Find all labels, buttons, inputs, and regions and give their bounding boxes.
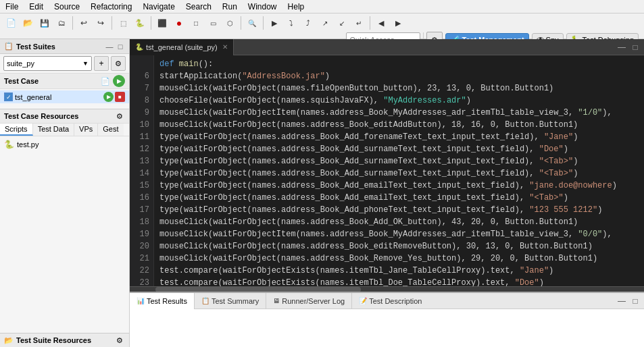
code-line-16: type(waitForObject(names.address_Book_Ad… bbox=[159, 192, 639, 204]
record-start[interactable]: ⬛ bbox=[154, 15, 170, 31]
left-sidebar: 📋 Test Suites — □ suite_py ▼ + ⚙ Test Ca… bbox=[0, 39, 130, 347]
bottom-content bbox=[130, 309, 644, 347]
run-btn[interactable]: 🔍 bbox=[244, 15, 260, 31]
tc-name: tst_general bbox=[15, 93, 51, 101]
menu-source[interactable]: Source bbox=[49, 1, 85, 13]
step-btn2[interactable]: ⤵ bbox=[283, 15, 299, 31]
suite-name: suite_py bbox=[7, 59, 34, 68]
record-stop[interactable]: ● bbox=[171, 15, 187, 31]
menu-edit[interactable]: Edit bbox=[24, 1, 49, 13]
suite-config-btn[interactable]: ⚙ bbox=[111, 56, 126, 71]
tab-runner-log-label: Runner/Server Log bbox=[282, 297, 345, 305]
resources-header: Test Case Resources ⚙ bbox=[0, 109, 129, 124]
nav-back[interactable]: ◀ bbox=[373, 15, 389, 31]
tc-item-tst-general[interactable]: ✓ tst_general ▶ ■ bbox=[0, 90, 129, 103]
step-btn4[interactable]: ↗ bbox=[317, 15, 333, 31]
tab-vps[interactable]: VPs bbox=[74, 124, 98, 136]
code-line-23: test.compare(waitForObjectExists(names.i… bbox=[159, 277, 639, 286]
menu-run[interactable]: Run bbox=[217, 1, 243, 13]
horizontal-scrollbar[interactable] bbox=[130, 286, 644, 292]
suite-res-config-btn[interactable]: ⚙ bbox=[114, 335, 125, 346]
ln-23: 23 bbox=[130, 277, 149, 286]
sep4 bbox=[241, 16, 241, 30]
saveall-button[interactable]: 🗂 bbox=[53, 15, 70, 31]
code-line-9: mouseClick(waitForObjectItem(names.addre… bbox=[159, 107, 639, 119]
res-file-name: test.py bbox=[17, 140, 39, 149]
resources-config-btn[interactable]: ⚙ bbox=[114, 111, 125, 122]
ln-22: 22 bbox=[130, 265, 149, 277]
sidebar-spacer bbox=[0, 153, 129, 333]
tc-run-btn[interactable]: ▶ bbox=[103, 92, 114, 102]
suite-add-btn[interactable]: + bbox=[94, 56, 109, 71]
tab-runner-log[interactable]: 🖥 Runner/Server Log bbox=[266, 293, 352, 309]
test-suites-header: 📋 Test Suites — □ bbox=[0, 39, 129, 54]
bottom-maximize-btn[interactable]: □ bbox=[629, 295, 641, 307]
menu-search[interactable]: Search bbox=[180, 1, 217, 13]
tc-stop-btn[interactable]: ■ bbox=[115, 92, 125, 102]
bottom-window-controls: — □ bbox=[616, 295, 644, 307]
step-btn1[interactable]: ▶ bbox=[266, 15, 282, 31]
close-icon[interactable]: ✕ bbox=[222, 43, 228, 51]
save-button[interactable]: 💾 bbox=[36, 15, 53, 31]
code-line-8: chooseFile(waitForObject(names.squishJav… bbox=[159, 95, 639, 107]
ln-20: 20 bbox=[130, 240, 149, 252]
tab-test-description[interactable]: 📝 Test Description bbox=[352, 293, 428, 309]
minimize-btn[interactable]: — bbox=[105, 42, 114, 51]
tc-checkbox[interactable]: ✓ bbox=[4, 92, 13, 101]
step-btn6[interactable]: ↵ bbox=[351, 15, 367, 31]
tc-add-btn[interactable]: 📄 bbox=[99, 75, 112, 87]
tab-test-results[interactable]: 📊 Test Results bbox=[130, 293, 195, 309]
code-line-13: type(waitForObject(names.address_Book_Ad… bbox=[159, 155, 639, 167]
open-button[interactable]: 📂 bbox=[20, 15, 36, 31]
select-button[interactable]: ⬚ bbox=[115, 15, 131, 31]
new-button[interactable]: 📄 bbox=[3, 15, 19, 31]
redo-button[interactable]: ↪ bbox=[93, 15, 109, 31]
test-results-icon: 📊 bbox=[137, 297, 145, 304]
tab-scripts[interactable]: Scripts bbox=[0, 124, 33, 136]
code-line-19: mouseClick(waitForObjectItem(names.addre… bbox=[159, 228, 639, 240]
suite-dropdown[interactable]: suite_py ▼ bbox=[3, 56, 92, 71]
test-case-title: Test Case bbox=[4, 77, 39, 85]
ln-12: 12 bbox=[130, 143, 149, 155]
tab-gest[interactable]: Gest bbox=[98, 124, 123, 136]
ln-17: 17 bbox=[130, 204, 149, 216]
editor-minimize-btn[interactable]: — bbox=[616, 41, 628, 53]
bottom-tabbar: 📊 Test Results 📋 Test Summary 🖥 Runner/S… bbox=[130, 293, 644, 309]
menu-navigate[interactable]: Navigate bbox=[137, 1, 180, 13]
menu-window[interactable]: Window bbox=[243, 1, 282, 13]
menu-file[interactable]: File bbox=[0, 1, 24, 13]
record-btn4[interactable]: ▭ bbox=[205, 15, 221, 31]
editor-tabbar: 🐍 tst_general (suite_py) ✕ — □ bbox=[130, 39, 644, 55]
editor-tab-tst-general[interactable]: 🐍 tst_general (suite_py) ✕ bbox=[130, 39, 234, 55]
tab-test-results-label: Test Results bbox=[147, 297, 187, 305]
tab-testdata[interactable]: Test Data bbox=[33, 124, 74, 136]
code-line-12: type(waitForObject(names.address_Book_Ad… bbox=[159, 143, 639, 155]
menu-refactoring[interactable]: Refactoring bbox=[85, 1, 137, 13]
code-line-6: startApplication("AddressBook.jar") bbox=[159, 70, 639, 82]
code-line-14: type(waitForObject(names.address_Book_Ad… bbox=[159, 167, 639, 180]
step-btn5[interactable]: ↙ bbox=[334, 15, 350, 31]
editor-maximize-btn[interactable]: □ bbox=[629, 41, 641, 53]
checkmark-icon: ✓ bbox=[6, 94, 11, 101]
menu-help[interactable]: Help bbox=[282, 1, 310, 13]
test-case-header: Test Case 📄 ▶ bbox=[0, 74, 129, 89]
step-btn3[interactable]: ⤴ bbox=[300, 15, 316, 31]
bottom-minimize-btn[interactable]: — bbox=[616, 295, 628, 307]
tc-run-all-btn[interactable]: ▶ bbox=[113, 75, 125, 87]
ln-15: 15 bbox=[130, 180, 149, 192]
record-btn3[interactable]: □ bbox=[188, 15, 204, 31]
tab-test-summary[interactable]: 📋 Test Summary bbox=[195, 293, 266, 309]
ln-19: 19 bbox=[130, 228, 149, 240]
code-content[interactable]: def main(): startApplication("AddressBoo… bbox=[154, 55, 644, 286]
undo-button[interactable]: ↩ bbox=[76, 15, 92, 31]
maximize-btn[interactable]: □ bbox=[116, 42, 125, 51]
code-line-17: type(waitForObject(names.address_Book_Ad… bbox=[159, 204, 639, 216]
ln-18: 18 bbox=[130, 216, 149, 228]
record-btn5[interactable]: ⬡ bbox=[222, 15, 238, 31]
tool-btn2[interactable]: 🐍 bbox=[132, 15, 148, 31]
nav-fwd[interactable]: ▶ bbox=[390, 15, 406, 31]
line-numbers: 6 7 8 9 10 11 12 13 14 15 16 17 18 19 20… bbox=[130, 55, 154, 286]
res-item-testpy[interactable]: 🐍 test.py bbox=[4, 138, 125, 151]
editor-tab-icon: 🐍 bbox=[135, 43, 143, 51]
file-icon: 🐍 bbox=[4, 140, 14, 149]
